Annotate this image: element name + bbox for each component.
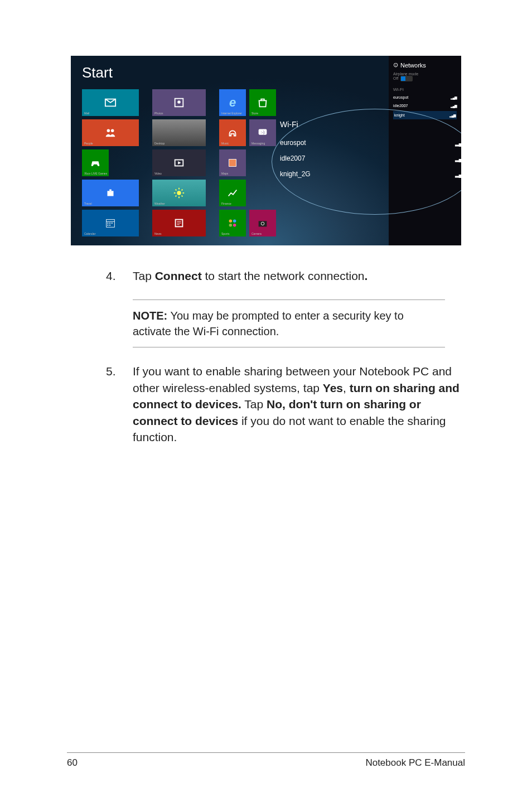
footer-title: Notebook PC E-Manual [365, 757, 465, 769]
network-item: eurospot [393, 94, 457, 100]
tile-news: News [152, 210, 206, 236]
tile-desktop: Desktop [152, 119, 206, 146]
step-text: If you want to enable sharing between yo… [133, 363, 465, 445]
svg-point-2 [107, 129, 110, 133]
svg-line-18 [182, 190, 183, 191]
people-icon [104, 127, 117, 139]
music-icon [226, 127, 239, 139]
mail-icon [104, 96, 117, 109]
callout-network-item: knight_2G [280, 170, 461, 178]
tile-people: People [82, 119, 139, 146]
sun-icon [173, 187, 185, 199]
tile-ie: eInternet Explorer [219, 89, 246, 116]
callout-title: Wi-Fi [280, 120, 461, 129]
svg-point-33 [233, 224, 236, 227]
svg-point-31 [233, 220, 236, 223]
svg-point-30 [229, 220, 233, 223]
tile-mail: Mail [82, 89, 139, 116]
tile-calendar: Calendar [82, 210, 139, 236]
photo-icon [173, 96, 185, 109]
svg-rect-22 [109, 223, 110, 224]
signal-icon [449, 113, 456, 117]
tile-store: Store [249, 89, 276, 116]
news-icon [173, 217, 185, 229]
svg-point-1 [177, 100, 181, 104]
svg-rect-21 [108, 223, 109, 224]
svg-rect-24 [108, 225, 109, 226]
tile-camera: Camera [249, 210, 276, 236]
signal-icon [451, 104, 457, 108]
network-item: idle2007 [393, 103, 457, 109]
sports-icon [226, 217, 239, 229]
networks-header: ⊙ Networks [393, 61, 457, 69]
svg-rect-9 [109, 190, 112, 191]
svg-rect-7 [229, 160, 236, 167]
step-5: 5. If you want to enable sharing between… [106, 363, 465, 445]
svg-text::-): :-) [261, 129, 265, 134]
tile-maps: Maps [219, 149, 246, 176]
step-number: 5. [106, 363, 133, 445]
wifi-section-label: Wi-Fi [393, 87, 457, 92]
svg-point-32 [229, 224, 233, 227]
gamepad-icon [89, 157, 101, 169]
step-number: 4. [106, 268, 133, 284]
callout-network-item: eurospot [280, 139, 461, 147]
note-box: NOTE: You may be prompted to enter a sec… [133, 299, 445, 347]
signal-icon [451, 95, 457, 99]
start-label: Start [82, 64, 113, 81]
svg-point-3 [111, 129, 114, 133]
note-text: You may be prompted to enter a security … [133, 310, 404, 337]
airplane-toggle [400, 76, 413, 81]
svg-point-10 [177, 191, 181, 195]
tile-travel: Travel [82, 180, 139, 206]
play-icon [173, 157, 185, 169]
windows8-start-screenshot: Start Mail Photos eInternet Explorer Sto… [71, 56, 461, 245]
chat-icon: :-) [257, 127, 269, 139]
page-footer: 60 Notebook PC E-Manual [67, 752, 465, 769]
tile-video: Video [152, 149, 206, 176]
tile-grid: Mail Photos eInternet Explorer Store Peo… [82, 89, 276, 236]
store-icon [257, 96, 269, 109]
travel-icon [104, 187, 117, 199]
svg-rect-8 [108, 191, 114, 196]
svg-line-16 [182, 196, 183, 197]
step-4: 4. Tap Connect to start the network conn… [106, 268, 465, 284]
calendar-icon [104, 217, 117, 229]
step-text: Tap Connect to start the network connect… [133, 268, 465, 284]
airplane-mode-row: Airplane mode Off [393, 72, 457, 81]
svg-rect-25 [109, 225, 110, 226]
ie-icon: e [229, 95, 236, 110]
tile-xbox: Xbox LIVE Games [82, 149, 109, 176]
tile-finance: Finance [219, 180, 246, 206]
tile-weather: Weather [152, 180, 206, 206]
signal-icon [455, 139, 461, 147]
camera-icon [257, 217, 269, 229]
signal-icon [455, 154, 461, 162]
svg-line-15 [176, 190, 177, 191]
note-label: NOTE: [133, 310, 167, 322]
svg-rect-23 [112, 223, 113, 224]
callout-network-item: idle2007 [280, 154, 461, 162]
signal-icon [455, 170, 461, 178]
map-icon [226, 157, 239, 169]
back-arrow-icon: ⊙ [393, 61, 398, 69]
tile-photos: Photos [152, 89, 206, 116]
page-number: 60 [67, 757, 78, 769]
svg-line-17 [176, 196, 177, 197]
tile-music: Music [219, 119, 246, 146]
tile-sports: Sports [219, 210, 246, 236]
tile-messaging: :-)Messaging [249, 119, 276, 146]
finance-icon [226, 187, 239, 199]
callout-wifi-list: Wi-Fi eurospot idle2007 knight_2G [280, 120, 461, 186]
